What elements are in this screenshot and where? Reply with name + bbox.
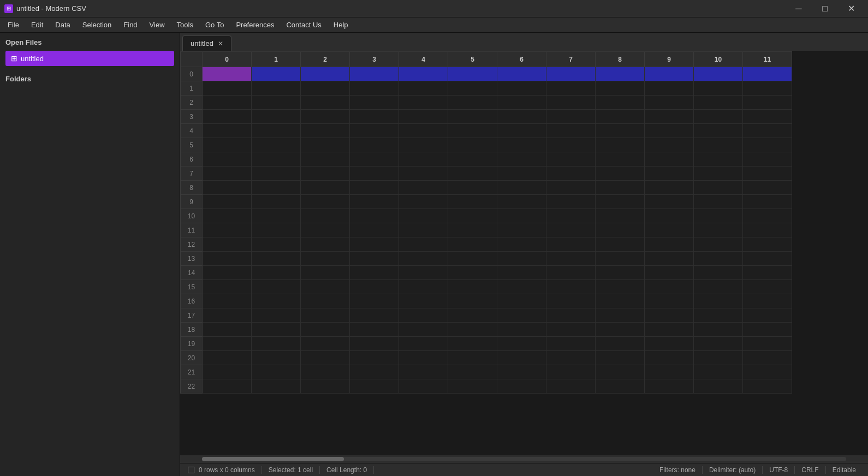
- cell-r6-c7[interactable]: [546, 152, 596, 166]
- cell-r2-c0[interactable]: [203, 96, 252, 110]
- cell-r5-c1[interactable]: [252, 138, 301, 152]
- cell-r12-c2[interactable]: [301, 237, 350, 252]
- cell-r21-c8[interactable]: [596, 365, 645, 379]
- cell-r19-c2[interactable]: [301, 337, 350, 351]
- cell-r7-c7[interactable]: [546, 166, 596, 181]
- cell-r9-c2[interactable]: [301, 195, 350, 209]
- cell-r17-c8[interactable]: [596, 308, 645, 323]
- cell-r6-c9[interactable]: [645, 152, 694, 166]
- cell-r11-c7[interactable]: [546, 223, 596, 237]
- menu-item-selection[interactable]: Selection: [77, 19, 117, 31]
- cell-r5-c5[interactable]: [448, 138, 497, 152]
- cell-r7-c2[interactable]: [301, 166, 350, 181]
- cell-r0-c2[interactable]: [301, 67, 350, 81]
- cell-r22-c1[interactable]: [252, 379, 301, 394]
- cell-r20-c1[interactable]: [252, 351, 301, 365]
- col-header-6[interactable]: 6: [497, 52, 546, 67]
- cell-r22-c0[interactable]: [203, 379, 252, 394]
- cell-r8-c0[interactable]: [203, 181, 252, 195]
- cell-r19-c7[interactable]: [546, 337, 596, 351]
- cell-r0-c3[interactable]: [350, 67, 399, 81]
- col-header-5[interactable]: 5: [448, 52, 497, 67]
- cell-r10-c8[interactable]: [596, 209, 645, 223]
- cell-r22-c10[interactable]: [694, 379, 743, 394]
- cell-r0-c7[interactable]: [546, 67, 596, 81]
- cell-r22-c9[interactable]: [645, 379, 694, 394]
- cell-r12-c8[interactable]: [596, 237, 645, 252]
- cell-r17-c10[interactable]: [694, 308, 743, 323]
- minimize-button[interactable]: ─: [786, 0, 811, 17]
- cell-r8-c11[interactable]: [743, 181, 792, 195]
- cell-r10-c4[interactable]: [399, 209, 448, 223]
- cell-r16-c4[interactable]: [399, 294, 448, 308]
- cell-r3-c6[interactable]: [497, 110, 546, 124]
- cell-r8-c4[interactable]: [399, 181, 448, 195]
- cell-r20-c8[interactable]: [596, 351, 645, 365]
- menu-item-view[interactable]: View: [144, 19, 170, 31]
- cell-r0-c8[interactable]: [596, 67, 645, 81]
- cell-r13-c6[interactable]: [497, 252, 546, 266]
- cell-r9-c5[interactable]: [448, 195, 497, 209]
- cell-r12-c7[interactable]: [546, 237, 596, 252]
- cell-r2-c4[interactable]: [399, 96, 448, 110]
- cell-r21-c1[interactable]: [252, 365, 301, 379]
- menu-item-contact-us[interactable]: Contact Us: [281, 19, 326, 31]
- cell-r18-c11[interactable]: [743, 323, 792, 337]
- cell-r2-c11[interactable]: [743, 96, 792, 110]
- cell-r11-c11[interactable]: [743, 223, 792, 237]
- cell-r9-c10[interactable]: [694, 195, 743, 209]
- cell-r18-c1[interactable]: [252, 323, 301, 337]
- cell-r2-c3[interactable]: [350, 96, 399, 110]
- cell-r16-c11[interactable]: [743, 294, 792, 308]
- cell-r9-c4[interactable]: [399, 195, 448, 209]
- cell-r1-c8[interactable]: [596, 81, 645, 96]
- cell-r21-c2[interactable]: [301, 365, 350, 379]
- cell-r7-c4[interactable]: [399, 166, 448, 181]
- cell-r6-c3[interactable]: [350, 152, 399, 166]
- col-header-1[interactable]: 1: [252, 52, 301, 67]
- cell-r7-c10[interactable]: [694, 166, 743, 181]
- cell-r8-c6[interactable]: [497, 181, 546, 195]
- cell-r2-c8[interactable]: [596, 96, 645, 110]
- col-header-2[interactable]: 2: [301, 52, 350, 67]
- cell-r21-c3[interactable]: [350, 365, 399, 379]
- cell-r4-c9[interactable]: [645, 124, 694, 138]
- cell-r4-c11[interactable]: [743, 124, 792, 138]
- cell-r20-c6[interactable]: [497, 351, 546, 365]
- cell-r13-c0[interactable]: [203, 252, 252, 266]
- cell-r6-c11[interactable]: [743, 152, 792, 166]
- cell-r0-c10[interactable]: [694, 67, 743, 81]
- cell-r19-c1[interactable]: [252, 337, 301, 351]
- cell-r11-c2[interactable]: [301, 223, 350, 237]
- cell-r10-c3[interactable]: [350, 209, 399, 223]
- cell-r22-c5[interactable]: [448, 379, 497, 394]
- cell-r3-c8[interactable]: [596, 110, 645, 124]
- cell-r18-c9[interactable]: [645, 323, 694, 337]
- col-header-3[interactable]: 3: [350, 52, 399, 67]
- cell-r17-c0[interactable]: [203, 308, 252, 323]
- cell-r4-c8[interactable]: [596, 124, 645, 138]
- cell-r14-c0[interactable]: [203, 266, 252, 280]
- cell-r4-c7[interactable]: [546, 124, 596, 138]
- cell-r9-c8[interactable]: [596, 195, 645, 209]
- cell-r4-c3[interactable]: [350, 124, 399, 138]
- cell-r14-c10[interactable]: [694, 266, 743, 280]
- cell-r18-c8[interactable]: [596, 323, 645, 337]
- cell-r2-c7[interactable]: [546, 96, 596, 110]
- cell-r2-c5[interactable]: [448, 96, 497, 110]
- rows-cols-checkbox[interactable]: [188, 467, 194, 473]
- cell-r18-c6[interactable]: [497, 323, 546, 337]
- cell-r11-c4[interactable]: [399, 223, 448, 237]
- cell-r13-c8[interactable]: [596, 252, 645, 266]
- cell-r4-c10[interactable]: [694, 124, 743, 138]
- cell-r21-c0[interactable]: [203, 365, 252, 379]
- cell-r17-c11[interactable]: [743, 308, 792, 323]
- cell-r21-c5[interactable]: [448, 365, 497, 379]
- cell-r14-c6[interactable]: [497, 266, 546, 280]
- cell-r11-c8[interactable]: [596, 223, 645, 237]
- cell-r16-c1[interactable]: [252, 294, 301, 308]
- cell-r5-c4[interactable]: [399, 138, 448, 152]
- cell-r17-c7[interactable]: [546, 308, 596, 323]
- cell-r3-c2[interactable]: [301, 110, 350, 124]
- cell-r15-c5[interactable]: [448, 280, 497, 294]
